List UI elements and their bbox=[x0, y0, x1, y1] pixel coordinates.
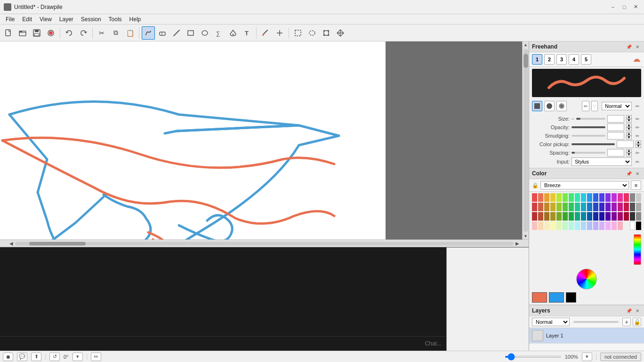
zoom-slider[interactable] bbox=[505, 356, 561, 358]
swatch[interactable] bbox=[599, 222, 604, 230]
preset-4-button[interactable]: 4 bbox=[569, 54, 579, 65]
eraser-tool-button[interactable] bbox=[156, 26, 169, 40]
opacity-down-btn[interactable]: ▼ bbox=[626, 127, 632, 131]
hscroll-track[interactable] bbox=[15, 242, 514, 246]
redo-button[interactable] bbox=[77, 26, 90, 40]
horizontal-scrollbar[interactable]: ◀ ▶ bbox=[0, 239, 529, 247]
layer-blend-select[interactable]: Normal Multiply Screen Overlay bbox=[532, 318, 570, 326]
swatch[interactable] bbox=[605, 212, 611, 221]
preset-5-button[interactable]: 5 bbox=[581, 54, 591, 65]
preset-2-button[interactable]: 2 bbox=[544, 54, 555, 65]
save-button[interactable] bbox=[30, 26, 43, 40]
swatch[interactable] bbox=[618, 212, 623, 221]
smudging-down-btn[interactable]: ▼ bbox=[626, 136, 632, 140]
menubar-item-layer[interactable]: Layer bbox=[56, 15, 77, 24]
swatch[interactable] bbox=[593, 222, 598, 230]
color-spectrum-strip[interactable] bbox=[634, 234, 641, 265]
swatch[interactable] bbox=[569, 193, 574, 202]
status-record-btn[interactable]: ⏺ bbox=[3, 353, 13, 361]
swatch[interactable] bbox=[630, 212, 635, 221]
spacing-edit-btn[interactable]: ✏ bbox=[634, 149, 641, 156]
colorpickup-input[interactable]: 1/1 bbox=[617, 140, 634, 148]
swatch[interactable] bbox=[587, 193, 592, 202]
text-tool-button[interactable]: T bbox=[241, 26, 254, 40]
swatch[interactable] bbox=[538, 193, 543, 202]
minimize-button[interactable]: − bbox=[608, 2, 618, 12]
chat-input[interactable] bbox=[2, 338, 444, 349]
swatch[interactable] bbox=[630, 193, 635, 202]
swatch[interactable] bbox=[593, 203, 598, 211]
layers-pin-button[interactable]: 📌 bbox=[625, 307, 633, 314]
swatch[interactable] bbox=[569, 222, 574, 230]
vscroll-track[interactable] bbox=[523, 49, 528, 232]
foreground-color-swatch[interactable] bbox=[532, 292, 547, 303]
tip-round-button[interactable] bbox=[544, 101, 555, 111]
vscroll-down-button[interactable]: ▼ bbox=[523, 233, 529, 239]
swatch[interactable] bbox=[587, 212, 592, 221]
swatch[interactable] bbox=[563, 203, 568, 211]
smudging-edit-btn[interactable]: ✏ bbox=[634, 132, 641, 140]
swatch[interactable] bbox=[575, 203, 580, 211]
swatch[interactable] bbox=[624, 212, 629, 221]
swatch[interactable] bbox=[612, 222, 617, 230]
rect-select-button[interactable] bbox=[291, 26, 305, 40]
colorpickup-slider[interactable] bbox=[572, 143, 615, 145]
swatch[interactable] bbox=[563, 222, 568, 230]
ellipse-tool-button[interactable] bbox=[198, 26, 211, 40]
swatch[interactable] bbox=[538, 203, 543, 211]
swatch[interactable] bbox=[538, 212, 543, 221]
swatch[interactable] bbox=[581, 193, 586, 202]
vscroll-thumb[interactable] bbox=[523, 54, 528, 68]
vertical-scrollbar[interactable]: ▲ ▼ bbox=[522, 41, 529, 239]
size-down-btn[interactable]: ▼ bbox=[626, 119, 632, 123]
smudging-input[interactable]: 0% bbox=[607, 132, 624, 140]
swatch[interactable] bbox=[563, 212, 568, 221]
spacing-down-btn[interactable]: ▼ bbox=[626, 153, 632, 156]
swatch[interactable] bbox=[599, 203, 604, 211]
swatch[interactable] bbox=[569, 212, 574, 221]
swatch[interactable] bbox=[618, 203, 623, 211]
swatch[interactable] bbox=[581, 203, 586, 211]
vscroll-up-button[interactable]: ▲ bbox=[523, 41, 529, 48]
swatch[interactable] bbox=[593, 212, 598, 221]
input-select[interactable]: Stylus Mouse Distance Velocity bbox=[572, 157, 632, 166]
blend-mode-select[interactable]: Normal Multiply Screen bbox=[602, 102, 632, 110]
swatch[interactable] bbox=[550, 193, 555, 202]
swatch[interactable] bbox=[630, 203, 635, 211]
swatch[interactable] bbox=[544, 193, 549, 202]
spacing-slider[interactable] bbox=[572, 152, 605, 154]
freehand-close-button[interactable]: ✕ bbox=[634, 43, 641, 50]
status-rotate-left-btn[interactable]: ↺ bbox=[49, 353, 60, 361]
swatch[interactable] bbox=[544, 203, 549, 211]
swatch[interactable] bbox=[587, 222, 592, 230]
status-chat-btn[interactable]: 💬 bbox=[17, 353, 27, 361]
swatch[interactable] bbox=[624, 203, 629, 211]
menubar-item-help[interactable]: Help bbox=[126, 15, 145, 24]
swatch[interactable] bbox=[556, 193, 562, 202]
colorpickup-down-btn[interactable]: ▼ bbox=[636, 144, 641, 148]
tip-airbrush-btn[interactable]: ∵ bbox=[591, 101, 598, 111]
layer-lock-button[interactable]: 🔒 bbox=[633, 318, 641, 326]
swatch[interactable] bbox=[532, 193, 537, 202]
hscroll-left-button[interactable]: ◀ bbox=[8, 240, 15, 247]
brush-tip-icon[interactable] bbox=[633, 55, 641, 64]
swatch[interactable] bbox=[532, 203, 537, 211]
opacity-slider[interactable] bbox=[572, 126, 605, 128]
tip-soft-button[interactable] bbox=[556, 101, 567, 111]
menubar-item-file[interactable]: File bbox=[2, 15, 18, 24]
palette-menu-btn[interactable]: ≡ bbox=[631, 181, 641, 190]
tip-pencil-btn[interactable]: ✏ bbox=[582, 101, 589, 111]
color-wheel-area[interactable] bbox=[634, 234, 641, 265]
hscroll-thumb[interactable] bbox=[29, 242, 86, 246]
spacing-input[interactable]: 10% bbox=[607, 149, 624, 156]
smudging-slider[interactable] bbox=[572, 135, 605, 137]
palette-select[interactable]: Breeze bbox=[540, 181, 629, 189]
swatch[interactable] bbox=[575, 193, 580, 202]
black-color-swatch[interactable] bbox=[566, 292, 576, 303]
size-edit-btn[interactable]: ✏ bbox=[634, 115, 641, 123]
color-wheel[interactable] bbox=[576, 269, 597, 289]
opacity-edit-btn[interactable]: ✏ bbox=[634, 123, 641, 131]
tip-square-button[interactable] bbox=[532, 101, 542, 111]
swatch[interactable] bbox=[612, 203, 617, 211]
maximize-button[interactable]: □ bbox=[620, 2, 629, 12]
